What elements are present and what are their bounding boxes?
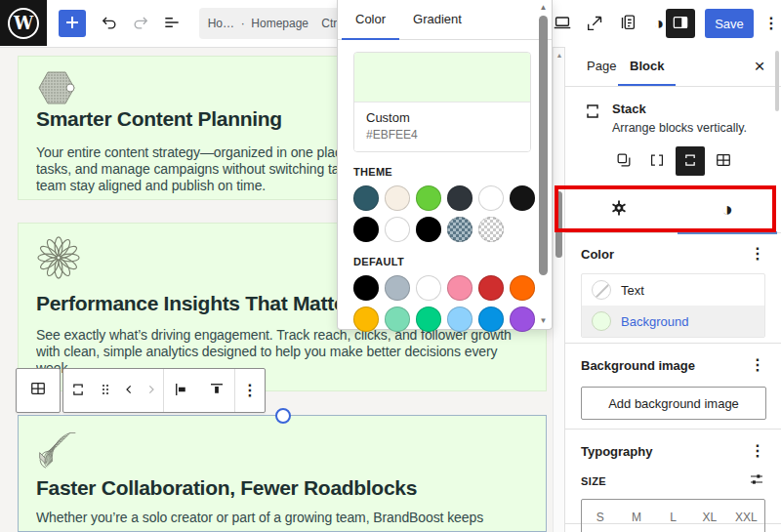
block-variations bbox=[565, 146, 781, 176]
stack-block-icon bbox=[581, 100, 604, 127]
color-swatch[interactable] bbox=[478, 275, 504, 301]
color-swatch[interactable] bbox=[416, 185, 441, 211]
color-swatch[interactable] bbox=[353, 185, 379, 211]
wordpress-block-editor: W Ho… · Homepage Ctr bbox=[0, 0, 781, 532]
tab-settings[interactable] bbox=[565, 185, 674, 232]
color-swatch[interactable] bbox=[447, 185, 473, 211]
contrast-icon: ◑ bbox=[721, 199, 733, 219]
scrollbar-thumb[interactable] bbox=[539, 16, 548, 275]
row-icon bbox=[647, 150, 667, 173]
tab-block[interactable]: Block bbox=[618, 47, 676, 86]
size-option-m[interactable]: M bbox=[618, 500, 654, 532]
custom-color-swatch[interactable] bbox=[354, 53, 530, 102]
settings-sidebar-toggle[interactable] bbox=[666, 9, 695, 38]
flower-icon bbox=[36, 235, 81, 284]
block-options-button[interactable]: ⋮ bbox=[235, 369, 265, 412]
color-swatch[interactable] bbox=[385, 185, 410, 211]
scrollbar-thumb[interactable] bbox=[555, 191, 562, 258]
color-swatch[interactable] bbox=[385, 275, 410, 301]
block-paragraph[interactable]: Whether you’re a solo creator or part of… bbox=[36, 510, 546, 526]
options-menu-button[interactable]: ⋮ bbox=[760, 12, 781, 35]
drag-dots-icon bbox=[98, 382, 113, 400]
style-book-button[interactable] bbox=[616, 12, 639, 35]
custom-color-value: #EBFEE4 bbox=[366, 128, 518, 142]
color-swatch[interactable] bbox=[447, 307, 473, 332]
sidebar-scrollbar-thumb[interactable] bbox=[775, 51, 779, 111]
background-image-options-button[interactable]: ⋮ bbox=[750, 357, 765, 373]
variation-group-button[interactable] bbox=[609, 146, 638, 176]
block-title[interactable]: Smarter Content Planning bbox=[36, 107, 282, 131]
size-option-l[interactable]: L bbox=[655, 500, 691, 532]
variation-stack-button[interactable] bbox=[676, 146, 705, 176]
add-background-image-button[interactable]: Add background image bbox=[581, 387, 766, 420]
block-title[interactable]: Faster Collaboration, Fewer Roadblocks bbox=[36, 476, 417, 500]
color-swatch[interactable] bbox=[416, 217, 441, 242]
undo-button[interactable] bbox=[98, 12, 121, 35]
color-swatch[interactable] bbox=[353, 217, 379, 242]
custom-color-label: Custom bbox=[366, 110, 518, 125]
redo-button[interactable] bbox=[129, 12, 152, 35]
text-color-row[interactable]: Text bbox=[582, 274, 764, 306]
color-swatch[interactable] bbox=[416, 275, 441, 301]
close-sidebar-button[interactable]: × bbox=[748, 55, 771, 78]
drag-button[interactable] bbox=[93, 369, 118, 412]
color-swatch[interactable] bbox=[447, 217, 473, 242]
view-button[interactable] bbox=[551, 12, 574, 35]
block-toolbar: ⋮ bbox=[62, 368, 266, 413]
variation-grid-button[interactable] bbox=[709, 146, 738, 176]
scroll-down-arrow-icon[interactable]: ▼ bbox=[537, 316, 550, 325]
move-up-button[interactable] bbox=[118, 369, 140, 412]
move-down-button[interactable] bbox=[140, 369, 163, 412]
stack-type-button[interactable] bbox=[63, 369, 93, 412]
color-options-button[interactable]: ⋮ bbox=[750, 246, 765, 262]
block-drag-handle[interactable] bbox=[275, 408, 291, 424]
content-block-collaboration-selected[interactable]: Faster Collaboration, Fewer Roadblocks W… bbox=[18, 415, 547, 532]
size-option-xxl[interactable]: XXL bbox=[728, 500, 764, 532]
custom-color-card[interactable]: Custom #EBFEE4 bbox=[353, 52, 531, 152]
typography-options-button[interactable]: ⋮ bbox=[750, 443, 765, 459]
variation-row-button[interactable] bbox=[642, 146, 672, 176]
color-swatch[interactable] bbox=[478, 185, 504, 211]
size-option-xl[interactable]: XL bbox=[691, 500, 727, 532]
wordpress-logo[interactable]: W bbox=[0, 0, 47, 46]
list-view-button[interactable] bbox=[160, 12, 184, 35]
color-swatch[interactable] bbox=[510, 275, 535, 301]
color-picker-popover: Color Gradient Custom #EBFEE4 THEME DEFA… bbox=[337, 0, 553, 330]
justify-button[interactable] bbox=[164, 369, 199, 412]
zoom-out-button[interactable] bbox=[584, 12, 607, 35]
laptop-icon bbox=[552, 12, 573, 36]
color-swatch[interactable] bbox=[385, 307, 410, 332]
size-settings-button[interactable] bbox=[748, 471, 765, 491]
tab-color[interactable]: Color bbox=[342, 0, 399, 39]
save-button[interactable]: Save bbox=[705, 9, 754, 38]
color-swatch[interactable] bbox=[353, 307, 379, 332]
color-swatch[interactable] bbox=[385, 217, 410, 242]
custom-color-meta: Custom #EBFEE4 bbox=[354, 102, 530, 151]
block-title[interactable]: Performance Insights That Matter bbox=[36, 292, 352, 315]
tab-styles[interactable]: ◑ bbox=[674, 185, 781, 232]
document-bar[interactable]: Ho… · Homepage Ctr bbox=[199, 8, 346, 39]
popover-scrollbar[interactable]: ▲ ▼ bbox=[537, 0, 550, 328]
color-swatch[interactable] bbox=[478, 307, 504, 332]
background-color-label: Background bbox=[621, 314, 688, 329]
color-swatch[interactable] bbox=[478, 217, 504, 242]
shell-icon bbox=[36, 428, 79, 474]
color-swatch[interactable] bbox=[447, 275, 473, 301]
color-swatch[interactable] bbox=[510, 307, 535, 332]
color-swatch[interactable] bbox=[510, 185, 535, 211]
no-color-icon bbox=[592, 280, 611, 300]
scroll-up-arrow-icon[interactable]: ▲ bbox=[537, 3, 550, 12]
theme-palette-label: THEME bbox=[353, 166, 536, 178]
color-swatch[interactable] bbox=[416, 307, 441, 332]
undo-icon bbox=[100, 13, 119, 35]
expand-arrow-icon bbox=[585, 12, 606, 36]
sidebar-panel-icon bbox=[671, 13, 690, 35]
color-swatch[interactable] bbox=[353, 275, 379, 301]
size-option-s[interactable]: S bbox=[582, 500, 618, 532]
vertical-align-button[interactable] bbox=[199, 369, 234, 412]
tab-gradient[interactable]: Gradient bbox=[399, 0, 475, 39]
size-label: SIZE bbox=[581, 475, 606, 487]
block-parent-selector[interactable] bbox=[16, 368, 61, 413]
block-inserter-button[interactable] bbox=[59, 10, 86, 37]
background-color-row[interactable]: Background bbox=[582, 306, 764, 337]
